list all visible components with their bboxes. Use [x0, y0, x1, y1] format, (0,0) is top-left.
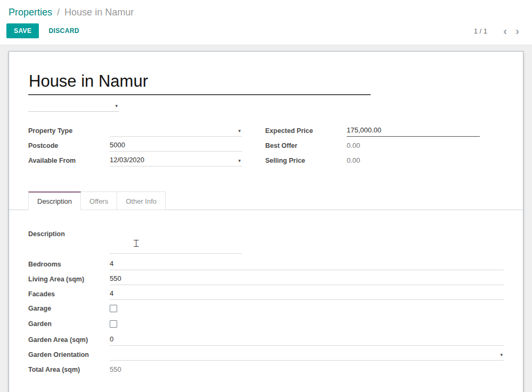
pager-next-button[interactable]: › [511, 27, 523, 35]
garden-orientation-input[interactable] [110, 350, 496, 358]
property-type-label: Property Type [28, 127, 110, 137]
field-row-total-area: Total Area (sqm) 550 [28, 364, 504, 376]
chevron-down-icon: ▾ [238, 128, 241, 134]
garden-area-label: Garden Area (sqm) [28, 336, 110, 346]
property-type-input[interactable] [110, 126, 234, 134]
facades-input[interactable] [110, 289, 504, 297]
breadcrumb-separator: / [55, 7, 62, 18]
garden-orientation-dropdown[interactable]: ▾ [110, 349, 504, 361]
field-row-selling-price: Selling Price 0.00 [265, 155, 480, 166]
breadcrumb-current-record: House in Namur [64, 7, 134, 18]
postcode-label: Postcode [28, 142, 110, 152]
available-from-input[interactable] [110, 156, 234, 164]
living-area-input[interactable] [110, 274, 504, 282]
field-row-postcode: Postcode [28, 140, 242, 152]
chevron-left-icon: ‹ [503, 24, 507, 37]
property-type-dropdown[interactable]: ▾ [110, 126, 242, 137]
selling-price-label: Selling Price [265, 157, 347, 166]
breadcrumb: Properties / House in Namur [0, 0, 532, 23]
garage-label: Garage [28, 305, 110, 312]
save-button[interactable]: SAVE [6, 23, 39, 38]
facades-field[interactable] [110, 289, 504, 300]
garage-checkbox-cell [110, 305, 504, 312]
discard-button[interactable]: DISCARD [41, 24, 86, 38]
selling-price-value: 0.00 [347, 155, 480, 166]
chevron-down-icon: ▾ [238, 158, 241, 163]
tags-input[interactable] [28, 100, 108, 110]
pager-counter: 1 / 1 [474, 27, 487, 35]
description-field[interactable]: ⌶ [110, 229, 242, 254]
postcode-input[interactable] [110, 141, 242, 149]
chevron-down-icon: ▾ [115, 103, 118, 109]
field-row-bedrooms: Bedrooms [28, 259, 504, 270]
tab-content-description: Description ⌶ Bedrooms Living Area (sqm) [9, 210, 523, 376]
field-column-left: Property Type ▾ Postcode Available From [28, 126, 242, 170]
garden-checkbox[interactable] [110, 320, 117, 328]
form-view: ▾ Property Type ▾ Postcode [0, 45, 532, 392]
available-from-datepicker[interactable]: ▾ [110, 155, 242, 166]
field-row-facades: Facades [28, 289, 504, 300]
tab-offers[interactable]: Offers [81, 191, 117, 210]
tab-bar: Description Offers Other Info [9, 191, 523, 210]
expected-price-input[interactable] [347, 126, 480, 134]
field-row-garden: Garden [28, 319, 504, 329]
best-offer-value: 0.00 [347, 140, 480, 152]
living-area-field[interactable] [110, 274, 504, 285]
total-area-label: Total Area (sqm) [28, 366, 110, 376]
pager: 1 / 1 ‹ › [474, 27, 523, 35]
control-panel: Properties / House in Namur SAVE DISCARD… [0, 0, 532, 45]
tab-other-info[interactable]: Other Info [117, 191, 166, 210]
postcode-field[interactable] [110, 140, 242, 152]
field-group-top: Property Type ▾ Postcode Available From [28, 126, 504, 170]
garage-checkbox[interactable] [110, 305, 117, 312]
description-label: Description [28, 229, 110, 240]
tab-description[interactable]: Description [28, 191, 81, 210]
facades-label: Facades [28, 290, 110, 300]
field-row-expected-price: Expected Price [265, 126, 480, 137]
best-offer-label: Best Offer [265, 142, 347, 152]
pager-previous-button[interactable]: ‹ [499, 27, 511, 35]
field-row-garden-area: Garden Area (sqm) [28, 335, 504, 346]
field-row-garage: Garage [28, 304, 504, 313]
garden-area-input[interactable] [110, 335, 504, 343]
field-row-best-offer: Best Offer 0.00 [265, 140, 480, 152]
form-sheet: ▾ Property Type ▾ Postcode [9, 51, 523, 392]
field-row-available-from: Available From ▾ [28, 155, 242, 166]
tags-field[interactable]: ▾ [28, 100, 119, 112]
living-area-label: Living Area (sqm) [28, 276, 110, 285]
description-textarea[interactable] [110, 229, 242, 251]
field-row-garden-orientation: Garden Orientation ▾ [28, 349, 504, 361]
chevron-right-icon: › [515, 24, 519, 37]
bedrooms-label: Bedrooms [28, 261, 110, 270]
garden-area-field[interactable] [110, 335, 504, 346]
field-row-property-type: Property Type ▾ [28, 126, 242, 137]
field-row-description: Description ⌶ [28, 229, 504, 254]
field-column-right: Expected Price Best Offer 0.00 Selling P… [265, 126, 480, 170]
garden-label: Garden [28, 320, 110, 328]
notebook: Description Offers Other Info Descriptio… [9, 191, 523, 376]
available-from-label: Available From [28, 157, 110, 166]
garden-orientation-label: Garden Orientation [28, 351, 110, 361]
total-area-value: 550 [110, 364, 504, 376]
expected-price-field[interactable] [347, 126, 480, 137]
expected-price-label: Expected Price [265, 127, 347, 137]
field-row-living-area: Living Area (sqm) [28, 274, 504, 285]
garden-checkbox-cell [110, 320, 504, 328]
property-name-input[interactable] [28, 71, 371, 95]
bedrooms-field[interactable] [110, 259, 504, 270]
chevron-down-icon: ▾ [500, 352, 503, 357]
bedrooms-input[interactable] [110, 260, 504, 268]
toolbar: SAVE DISCARD 1 / 1 ‹ › [0, 23, 532, 38]
breadcrumb-properties-link[interactable]: Properties [9, 7, 52, 18]
